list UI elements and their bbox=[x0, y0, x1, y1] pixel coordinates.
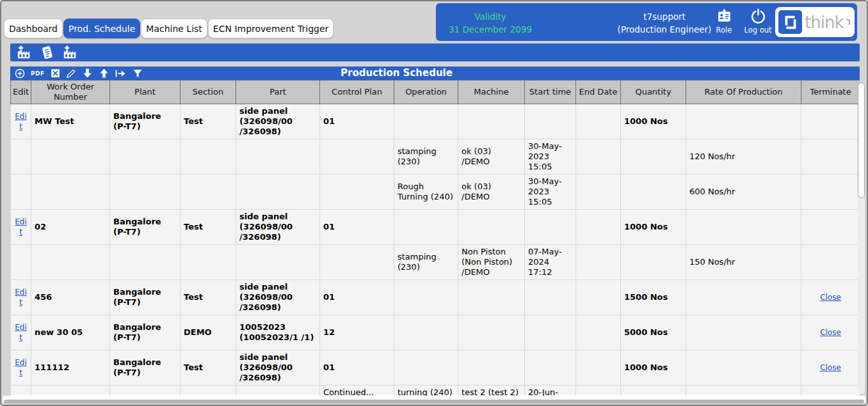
col-header-plant: Plant bbox=[110, 81, 181, 104]
role-badge-icon bbox=[716, 8, 733, 25]
edit-link[interactable]: Edit bbox=[15, 288, 27, 307]
cell-part: side panel (326098/00 /326098) bbox=[236, 350, 320, 386]
edit-link[interactable]: Edit bbox=[15, 358, 27, 377]
col-header-end-date: End Date bbox=[576, 81, 621, 104]
cell-section: Test bbox=[181, 210, 236, 245]
cell-terminate bbox=[801, 139, 860, 175]
cell-operation: Rough Turning (240) bbox=[394, 175, 458, 210]
col-header-terminate: Terminate bbox=[801, 81, 860, 104]
page-title: Production Schedule bbox=[10, 66, 783, 80]
horizontal-scrollbar[interactable] bbox=[4, 400, 864, 403]
close-link[interactable]: Close bbox=[820, 363, 841, 372]
table-row-operation-partial: Continued... turning (240) test 2 (test … bbox=[11, 386, 860, 396]
cell-control-plan: 01 bbox=[320, 350, 394, 386]
cell-work-order: 111112 bbox=[31, 350, 110, 386]
cell-end bbox=[576, 139, 621, 175]
cell-quantity: 5000 Nos bbox=[621, 315, 686, 350]
cell-control-plan: 01 bbox=[320, 280, 394, 315]
cell-start: 20-Jun-2023 bbox=[525, 386, 576, 396]
cell-rate: 600 Nos/hr bbox=[686, 175, 801, 210]
cell-start: 30-May-2023 15:05 bbox=[525, 139, 576, 175]
cell-part: side panel (326098/00 /326098) bbox=[236, 104, 320, 139]
table-row-order: Edit 456 Bangalore (P-T7) Test side pane… bbox=[11, 280, 860, 315]
cell-rate: 120 Nos/hr bbox=[686, 139, 801, 175]
edit-link[interactable]: Edit bbox=[15, 323, 27, 342]
cell-section: Test bbox=[181, 104, 236, 139]
col-header-part: Part bbox=[236, 81, 320, 104]
validity-info: Validity 31 December 2099 bbox=[442, 11, 538, 36]
cell-operation: turning (240) bbox=[394, 386, 458, 396]
table-row-operation: Rough Turning (240) ok (03) /DEMO 30-May… bbox=[11, 175, 860, 210]
cell-operation: stamping (230) bbox=[394, 139, 458, 175]
tab-machine-list[interactable]: Machine List bbox=[141, 19, 207, 38]
tab-ecn-improvement-trigger[interactable]: ECN Improvement Trigger bbox=[208, 19, 334, 38]
table-row-operation: stamping (230) Non Piston (Non Piston) /… bbox=[11, 245, 860, 280]
cell-plant: Bangalore (P-T7) bbox=[110, 210, 181, 245]
cell-start: 30-May-2023 15:05 bbox=[525, 175, 576, 210]
table-row-order: Edit MW Test Bangalore (P-T7) Test side … bbox=[11, 104, 860, 139]
cell-work-order: MW Test bbox=[31, 104, 110, 139]
col-header-rate: Rate Of Production bbox=[686, 81, 801, 104]
cell-quantity: 1500 Nos bbox=[621, 280, 686, 315]
col-header-quantity: Quantity bbox=[621, 81, 686, 104]
table-header-row: Edit Work Order Number Plant Section Par… bbox=[11, 81, 860, 104]
tab-dashboard[interactable]: Dashboard bbox=[4, 19, 63, 38]
module-toolbar bbox=[10, 43, 860, 61]
logout-power-icon bbox=[750, 8, 767, 25]
cell-quantity bbox=[621, 175, 686, 210]
cell-machine: ok (03) /DEMO bbox=[458, 139, 525, 175]
table-row-operation: stamping (230) ok (03) /DEMO 30-May-2023… bbox=[11, 139, 860, 175]
col-header-edit: Edit bbox=[11, 81, 31, 104]
vertical-scrollbar bbox=[858, 82, 865, 394]
cell-part: side panel (326098/00 /326098) bbox=[236, 210, 320, 245]
cell-section: DEMO bbox=[181, 315, 236, 350]
schedule-table-container: Edit Work Order Number Plant Section Par… bbox=[10, 80, 860, 396]
cell-plant: Bangalore (P-T7) bbox=[110, 350, 181, 386]
table-row-order: Edit 111112 Bangalore (P-T7) Test side p… bbox=[11, 350, 860, 386]
cell-section: Test bbox=[181, 280, 236, 315]
col-header-machine: Machine bbox=[458, 81, 525, 104]
cell-plant: Bangalore (P-T7) bbox=[110, 280, 181, 315]
brand-seven-glyph bbox=[846, 14, 851, 30]
validity-label: Validity bbox=[442, 11, 538, 24]
cell-work-order: 02 bbox=[31, 210, 110, 245]
user-info: t7support (Production Engineer) bbox=[610, 11, 719, 36]
table-row-order: Edit 02 Bangalore (P-T7) Test side panel… bbox=[11, 210, 860, 245]
edit-link[interactable]: Edit bbox=[15, 112, 27, 131]
col-header-control-plan: Control Plan bbox=[320, 81, 394, 104]
tab-prod-schedule[interactable]: Prod. Schedule bbox=[63, 19, 140, 38]
factory-add-icon-2[interactable] bbox=[62, 45, 78, 61]
cell-machine: test 2 (test 2) bbox=[458, 386, 525, 396]
cell-control-plan: 01 bbox=[320, 210, 394, 245]
vertical-scrollbar-thumb[interactable] bbox=[858, 82, 865, 198]
schedule-clipboard-icon[interactable] bbox=[39, 45, 55, 61]
role-button[interactable]: Role bbox=[710, 8, 738, 35]
cell-machine bbox=[458, 104, 525, 139]
user-role: (Production Engineer) bbox=[610, 24, 719, 36]
nav-tabs: Dashboard Prod. Schedule Machine List EC… bbox=[4, 19, 334, 38]
cell-terminate bbox=[801, 210, 860, 245]
validity-date: 31 December 2099 bbox=[442, 24, 538, 36]
close-link[interactable]: Close bbox=[820, 293, 841, 302]
cell-operation bbox=[394, 104, 458, 139]
app-window: Dashboard Prod. Schedule Machine List EC… bbox=[0, 0, 868, 406]
col-header-operation: Operation bbox=[394, 81, 458, 104]
cell-terminate bbox=[801, 245, 860, 280]
cell-terminate bbox=[801, 175, 860, 210]
cell-machine: Non Piston (Non Piston) /DEMO bbox=[458, 245, 525, 280]
cell-work-order: 456 bbox=[31, 280, 110, 315]
edit-link[interactable]: Edit bbox=[15, 217, 27, 237]
cell-quantity bbox=[621, 245, 686, 280]
cell-quantity bbox=[621, 139, 686, 175]
cell-plant: Bangalore (P-T7) bbox=[110, 315, 181, 350]
top-header-panel: Validity 31 December 2099 t7support (Pro… bbox=[436, 3, 857, 41]
logout-label: Log out bbox=[742, 26, 774, 35]
factory-add-icon[interactable] bbox=[16, 45, 32, 61]
col-header-work-order: Work Order Number bbox=[31, 81, 110, 104]
cell-quantity: 1000 Nos bbox=[621, 104, 686, 139]
cell-end bbox=[576, 245, 621, 280]
cell-plant: Bangalore (P-T7) bbox=[110, 104, 181, 139]
close-link[interactable]: Close bbox=[820, 328, 841, 337]
cell-terminate bbox=[801, 104, 860, 139]
logout-button[interactable]: Log out bbox=[742, 8, 774, 35]
